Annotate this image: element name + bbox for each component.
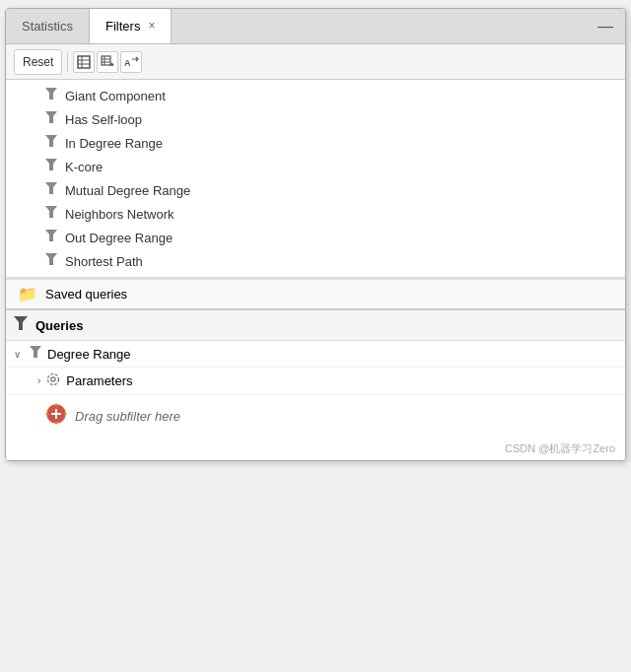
funnel-icon-shortest: [45, 253, 57, 269]
filter-label-indegree: In Degree Range: [65, 136, 163, 151]
reset-button[interactable]: Reset: [14, 49, 62, 75]
reset-label: Reset: [23, 55, 53, 69]
funnel-icon-neighbors: [45, 206, 57, 222]
filter-item-out-degree[interactable]: Out Degree Range: [6, 226, 625, 249]
svg-point-31: [64, 413, 67, 416]
queries-header: Queries: [6, 310, 625, 341]
svg-marker-20: [14, 316, 28, 330]
filter-item-mutual-degree[interactable]: Mutual Degree Range: [6, 178, 625, 202]
toolbar-separator: [67, 52, 68, 72]
tab-bar: Statistics Filters × —: [6, 9, 625, 44]
filter-item-kcore[interactable]: K-core: [6, 155, 625, 178]
svg-marker-17: [45, 206, 57, 218]
degree-range-row[interactable]: ∨ Degree Range: [6, 341, 625, 368]
filter-item-has-selfloop[interactable]: Has Self-loop: [6, 107, 625, 131]
queries-funnel-icon: [14, 316, 28, 334]
text-export-icon[interactable]: A: [120, 51, 142, 73]
filter-label-giant: Giant Component: [65, 89, 166, 103]
degree-range-funnel-icon: [30, 346, 41, 362]
svg-marker-13: [45, 111, 57, 123]
filter-item-in-degree[interactable]: In Degree Range: [6, 131, 625, 155]
filter-item-neighbors[interactable]: Neighbors Network: [6, 202, 625, 226]
drag-subfilter-row: Drag subfilter here: [6, 395, 625, 437]
svg-rect-4: [102, 56, 110, 65]
watermark-text: CSDN @机器学习Zero: [505, 442, 615, 454]
svg-point-23: [48, 374, 59, 385]
minimize-button[interactable]: —: [586, 9, 625, 43]
filter-label-shortest: Shortest Path: [65, 254, 143, 269]
table-edit-icon[interactable]: [97, 51, 118, 73]
saved-queries-row[interactable]: 📁 Saved queries: [6, 279, 625, 310]
main-window: Statistics Filters × — Reset: [5, 8, 626, 461]
filter-label-selfloop: Has Self-loop: [65, 112, 142, 127]
parameters-label: Parameters: [66, 373, 132, 388]
funnel-icon-giant: [45, 88, 57, 103]
close-filters-icon[interactable]: ×: [148, 19, 155, 33]
queries-section: Queries ∨ Degree Range ›: [6, 310, 625, 437]
svg-marker-19: [45, 253, 57, 265]
svg-point-22: [51, 377, 55, 381]
text-export-svg: A: [123, 55, 139, 69]
tab-spacer: [172, 9, 586, 43]
table-icon[interactable]: [73, 51, 95, 73]
svg-point-29: [55, 422, 58, 425]
tab-filters-label: Filters: [105, 19, 140, 34]
funnel-icon-selfloop: [45, 111, 57, 127]
svg-marker-21: [30, 346, 41, 358]
filter-item-giant-component[interactable]: Giant Component: [6, 84, 625, 107]
funnel-icon-indegree: [45, 135, 57, 151]
table-svg: [77, 55, 91, 69]
drag-target-icon: [45, 403, 67, 430]
folder-icon: 📁: [18, 285, 37, 303]
svg-marker-12: [45, 88, 57, 100]
parameters-row[interactable]: › Parameters: [6, 368, 625, 395]
funnel-icon-kcore: [45, 159, 57, 174]
chevron-down-icon[interactable]: ∨: [14, 349, 26, 360]
filter-list: Giant Component Has Self-loop In Degree …: [6, 80, 625, 279]
tab-statistics-label: Statistics: [22, 19, 73, 34]
svg-text:A: A: [124, 58, 131, 68]
svg-marker-16: [45, 182, 57, 194]
content-area: Giant Component Has Self-loop In Degree …: [6, 80, 625, 460]
filter-label-mutual: Mutual Degree Range: [65, 183, 190, 198]
funnel-icon-mutual: [45, 182, 57, 198]
filter-label-outdegree: Out Degree Range: [65, 231, 173, 245]
watermark: CSDN @机器学习Zero: [6, 437, 625, 460]
drag-subfilter-text: Drag subfilter here: [75, 409, 180, 424]
svg-point-30: [46, 413, 49, 416]
svg-rect-0: [78, 56, 90, 68]
svg-marker-18: [45, 230, 57, 241]
svg-point-28: [55, 404, 58, 407]
saved-queries-label: Saved queries: [45, 287, 127, 302]
svg-marker-15: [45, 159, 57, 170]
filter-item-shortest-path[interactable]: Shortest Path: [6, 249, 625, 273]
degree-range-label: Degree Range: [47, 347, 131, 362]
gear-icon: [46, 372, 60, 389]
queries-label: Queries: [35, 318, 83, 333]
tab-filters[interactable]: Filters ×: [90, 9, 172, 43]
funnel-icon-outdegree: [45, 230, 57, 245]
svg-marker-14: [45, 135, 57, 147]
tab-statistics[interactable]: Statistics: [6, 9, 90, 43]
toolbar: Reset A: [6, 44, 625, 80]
arrow-right-icon[interactable]: ›: [37, 375, 40, 386]
table-edit-svg: [101, 55, 114, 69]
minimize-label: —: [597, 18, 613, 35]
filter-label-kcore: K-core: [65, 160, 103, 174]
filter-label-neighbors: Neighbors Network: [65, 207, 175, 222]
